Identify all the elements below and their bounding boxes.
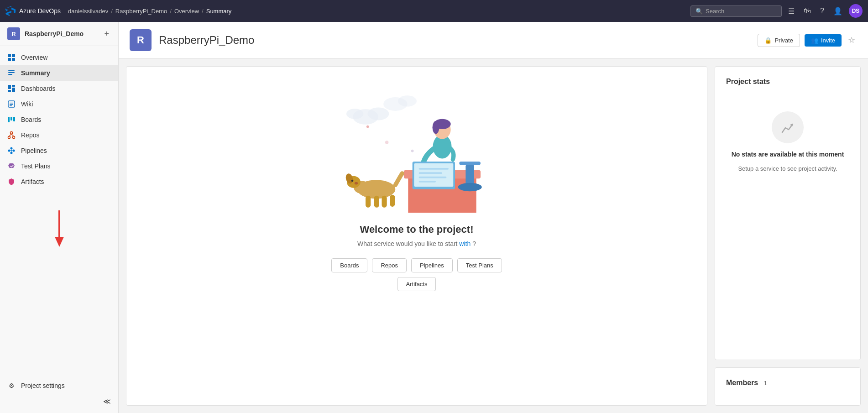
stats-card: Project stats No stats are available at … (715, 66, 861, 360)
sidebar-item-pipelines[interactable]: Pipelines (0, 143, 118, 158)
svg-rect-17 (13, 117, 15, 121)
svg-rect-1 (12, 54, 15, 57)
top-nav: Azure DevOps danielssilvadev / Raspberry… (0, 0, 868, 22)
settings-icon: ⚙ (7, 382, 16, 390)
svg-rect-59 (382, 196, 387, 208)
brand-name: Azure DevOps (19, 7, 61, 15)
main-content: Welcome to the project! What service wou… (119, 59, 868, 413)
right-panel: Project stats No stats are available at … (715, 66, 861, 406)
project-header: R RaspberryPi_Demo 🔒 Private 👥 Invite ☆ (119, 22, 868, 59)
svg-point-35 (398, 95, 417, 106)
welcome-link[interactable]: with (459, 240, 471, 247)
welcome-title: Welcome to the project! (360, 224, 474, 235)
svg-point-63 (411, 150, 414, 152)
svg-point-62 (385, 141, 388, 144)
breadcrumb-section[interactable]: Overview (174, 8, 199, 15)
svg-rect-58 (374, 196, 379, 208)
pipelines-icon (7, 146, 16, 155)
sidebar-label-wiki: Wiki (21, 100, 33, 108)
main-layout: R RaspberryPi_Demo + Overview (0, 22, 868, 413)
svg-point-18 (10, 132, 13, 134)
sidebar-item-summary[interactable]: Summary (0, 65, 118, 81)
sidebar-item-dashboards[interactable]: Dashboards (0, 81, 118, 96)
help-icon[interactable]: ? (817, 5, 827, 17)
boards-icon (7, 115, 16, 124)
sidebar-item-boards[interactable]: Boards (0, 112, 118, 127)
svg-rect-15 (8, 117, 10, 122)
svg-point-56 (355, 182, 358, 185)
svg-rect-0 (8, 54, 11, 57)
sidebar-item-overview[interactable]: Overview (0, 50, 118, 65)
svg-line-22 (11, 134, 14, 136)
start-pipelines-button[interactable]: Pipelines (411, 258, 453, 272)
sidebar-label-boards: Boards (21, 116, 41, 123)
start-artifacts-button[interactable]: Artifacts (397, 277, 436, 291)
add-project-button[interactable]: + (102, 28, 111, 40)
sidebar-item-collapse[interactable]: ≪ (0, 393, 118, 409)
svg-point-23 (8, 150, 10, 152)
svg-marker-30 (55, 237, 64, 247)
svg-point-20 (13, 136, 15, 139)
svg-rect-12 (10, 103, 13, 104)
service-buttons-row1: Boards Repos Pipelines Test Plans (331, 258, 502, 272)
brand-logo[interactable]: Azure DevOps (5, 6, 61, 16)
svg-rect-14 (10, 105, 12, 106)
svg-rect-38 (459, 162, 481, 165)
sidebar-label-summary: Summary (21, 69, 50, 77)
members-title: Members 1 (726, 379, 849, 387)
stats-hint-text: Setup a service to see project activity. (738, 165, 837, 172)
project-header-avatar: R (130, 29, 152, 51)
svg-rect-47 (419, 168, 449, 170)
sidebar-item-settings[interactable]: ⚙ Project settings (0, 378, 118, 393)
breadcrumb-project[interactable]: RaspberryPi_Demo (115, 8, 167, 15)
shopping-bag-icon[interactable]: 🛍 (801, 5, 814, 17)
notification-icon[interactable]: ☰ (785, 5, 797, 17)
sidebar-header: R RaspberryPi_Demo + (0, 22, 118, 46)
account-icon[interactable]: 👤 (831, 5, 845, 17)
project-header-actions: 🔒 Private 👥 Invite ☆ (758, 33, 857, 47)
breadcrumb-user[interactable]: danielssilvadev (68, 8, 108, 15)
svg-rect-7 (8, 85, 11, 89)
svg-point-32 (368, 107, 389, 120)
svg-rect-50 (419, 181, 436, 183)
svg-point-40 (458, 183, 482, 192)
sidebar-item-test-plans[interactable]: Test Plans (0, 158, 118, 174)
start-test-plans-button[interactable]: Test Plans (457, 258, 502, 272)
sidebar-item-wiki[interactable]: Wiki (0, 96, 118, 112)
user-avatar[interactable]: DS (849, 4, 863, 18)
svg-rect-4 (8, 70, 15, 71)
svg-rect-8 (12, 85, 15, 87)
start-boards-button[interactable]: Boards (331, 258, 367, 272)
svg-rect-60 (390, 195, 395, 207)
stats-title: Project stats (726, 78, 849, 86)
collapse-icon: ≪ (103, 397, 111, 406)
welcome-subtitle: What service would you like to start wit… (357, 240, 476, 247)
star-button[interactable]: ☆ (846, 33, 857, 47)
artifacts-icon (7, 178, 16, 186)
invite-label: Invite (821, 37, 835, 44)
start-repos-button[interactable]: Repos (372, 258, 407, 272)
content-area: R RaspberryPi_Demo 🔒 Private 👥 Invite ☆ (119, 22, 868, 413)
overview-icon (7, 53, 16, 62)
breadcrumb-page: Summary (206, 8, 232, 15)
svg-rect-57 (366, 196, 371, 208)
sidebar-bottom: ⚙ Project settings ≪ (0, 374, 118, 413)
invite-icon: 👥 (811, 37, 818, 44)
top-nav-actions: 🔍 Search ☰ 🛍 ? 👤 DS (690, 4, 863, 18)
breadcrumb: danielssilvadev / RaspberryPi_Demo / Ove… (68, 8, 683, 15)
repos-icon (7, 131, 16, 139)
private-button[interactable]: 🔒 Private (758, 34, 800, 47)
sidebar-item-repos[interactable]: Repos (0, 127, 118, 143)
sidebar-label-pipelines: Pipelines (21, 147, 47, 154)
sidebar-item-artifacts[interactable]: Artifacts (0, 174, 118, 189)
invite-button[interactable]: 👥 Invite (805, 34, 842, 47)
azure-devops-icon (5, 6, 16, 16)
sidebar-label-dashboards: Dashboards (21, 85, 56, 92)
sidebar: R RaspberryPi_Demo + Overview (0, 22, 119, 413)
search-box[interactable]: 🔍 Search (690, 5, 782, 17)
members-count: 1 (764, 380, 767, 387)
svg-rect-13 (10, 104, 13, 105)
svg-rect-5 (8, 72, 15, 73)
svg-point-44 (433, 121, 439, 134)
svg-point-26 (10, 152, 13, 154)
